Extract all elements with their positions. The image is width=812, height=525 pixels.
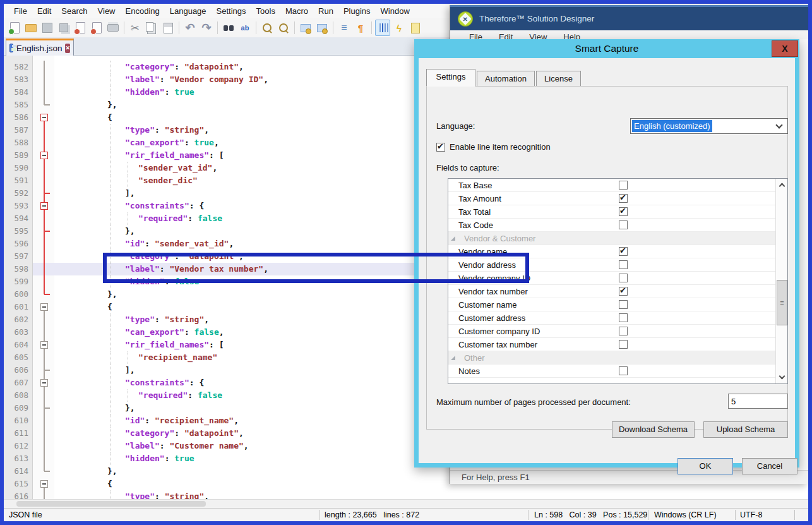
menu-search[interactable]: Search (56, 4, 92, 18)
menu-edit[interactable]: Edit (32, 4, 56, 18)
fold-marker (33, 490, 54, 499)
menu-language[interactable]: Language (165, 4, 212, 18)
therefore-menu-edit[interactable]: Edit (499, 30, 513, 39)
field-checkbox[interactable] (619, 287, 628, 296)
print-icon[interactable] (105, 20, 121, 36)
menu-encoding[interactable]: Encoding (121, 4, 165, 18)
line-item-recognition-row[interactable]: Enable line item recognition (436, 142, 551, 152)
close-icon[interactable] (73, 20, 88, 36)
field-group-other[interactable]: Other (448, 351, 775, 365)
sync-horizontal-icon[interactable] (314, 20, 330, 36)
field-row-customer-company-id[interactable]: Customer company ID (448, 325, 775, 338)
fields-scrollbar-thumb[interactable]: ≡ (777, 280, 787, 325)
download-schema-button[interactable]: Download Schema (612, 421, 695, 438)
cut-icon[interactable] (128, 20, 143, 36)
fold-collapse-icon[interactable] (33, 339, 54, 351)
new-file-icon[interactable] (7, 20, 22, 36)
find-icon[interactable] (221, 20, 236, 36)
upload-schema-button[interactable]: Upload Schema (703, 421, 788, 438)
code-line-616[interactable]: 616"type": "string", (4, 490, 808, 499)
therefore-menu-help[interactable]: Help (563, 30, 580, 39)
field-checkbox[interactable] (619, 220, 628, 229)
copy-icon[interactable] (144, 20, 159, 36)
menu-view[interactable]: View (93, 4, 121, 18)
line-item-checkbox[interactable] (436, 143, 445, 152)
field-checkbox[interactable] (619, 181, 628, 190)
line-number: 583 (4, 73, 33, 86)
field-row-tax-code[interactable]: Tax Code (448, 219, 775, 232)
field-checkbox[interactable] (619, 366, 628, 375)
cancel-button[interactable]: Cancel (742, 458, 797, 474)
redo-icon[interactable] (199, 20, 214, 36)
group-expanded-icon[interactable] (451, 236, 455, 241)
field-checkbox[interactable] (619, 207, 628, 216)
horizontal-scrollbar-thumb[interactable] (16, 501, 206, 507)
field-row-tax-base[interactable]: Tax Base (448, 179, 775, 192)
field-row-tax-amount[interactable]: Tax Amount (448, 192, 775, 205)
max-pages-input[interactable] (728, 394, 788, 409)
therefore-menu-view[interactable]: View (529, 30, 547, 39)
fold-collapse-icon[interactable] (33, 377, 54, 389)
ok-button[interactable]: OK (678, 458, 733, 474)
doc-map-icon[interactable] (408, 20, 423, 36)
saved-file-icon (9, 44, 13, 52)
fields-scrollbar[interactable]: ≡ (775, 179, 787, 383)
field-row-customer-name[interactable]: Customer name (448, 298, 775, 311)
indent-guide-icon[interactable] (375, 20, 390, 36)
field-row-tax-total[interactable]: Tax Total (448, 205, 775, 219)
fold-collapse-icon[interactable] (33, 149, 54, 162)
menu-plugins[interactable]: Plugins (338, 4, 376, 18)
fold-collapse-icon[interactable] (33, 478, 54, 490)
dialog-tab-settings[interactable]: Settings (426, 69, 475, 87)
sync-vertical-icon[interactable] (298, 20, 313, 36)
fold-collapse-icon[interactable] (33, 200, 54, 212)
zoom-out-icon[interactable] (276, 20, 291, 36)
field-checkbox[interactable] (619, 300, 628, 309)
therefore-menu-file[interactable]: File (469, 30, 482, 39)
field-checkbox[interactable] (619, 313, 628, 322)
field-row-notes[interactable]: Notes (448, 365, 775, 378)
dialog-tab-automation[interactable]: Automation (477, 71, 535, 87)
undo-icon[interactable] (182, 20, 198, 36)
menu-window[interactable]: Window (376, 4, 415, 18)
replace-icon[interactable] (237, 20, 253, 36)
field-checkbox[interactable] (619, 274, 628, 282)
zoom-in-icon[interactable] (260, 20, 275, 36)
field-row-customer-tax-number[interactable]: Customer tax number (448, 338, 775, 351)
menu-file[interactable]: File (9, 4, 32, 18)
field-checkbox[interactable] (619, 340, 628, 349)
function-list-icon[interactable] (391, 20, 407, 36)
field-group-vendor-customer[interactable]: Vendor & Customer (448, 232, 775, 245)
show-all-chars-icon[interactable] (353, 20, 368, 36)
line-number: 609 (4, 402, 33, 414)
language-dropdown[interactable]: English (customized) (630, 118, 788, 134)
close-all-icon[interactable] (89, 20, 104, 36)
scroll-up-icon[interactable] (777, 179, 787, 191)
tab-english-json[interactable]: English.json ✕ (6, 39, 74, 56)
scroll-down-icon[interactable] (777, 371, 787, 383)
open-icon[interactable] (23, 20, 39, 36)
fold-collapse-icon[interactable] (33, 111, 54, 124)
group-expanded-icon[interactable] (451, 356, 455, 360)
field-checkbox[interactable] (619, 327, 628, 335)
paste-icon[interactable] (160, 20, 176, 36)
dialog-close-button[interactable]: X (772, 40, 798, 57)
field-row-customer-address[interactable]: Customer address (448, 311, 775, 325)
status-length-lines: length : 23,665 lines : 872 (325, 510, 419, 519)
field-checkbox[interactable] (619, 260, 628, 269)
save-all-icon[interactable] (56, 20, 71, 36)
word-wrap-icon[interactable] (337, 20, 352, 36)
horizontal-scrollbar[interactable] (4, 499, 808, 508)
menu-tools[interactable]: Tools (251, 4, 280, 18)
menu-settings[interactable]: Settings (212, 4, 251, 18)
status-eol-format: Windows (CR LF) (654, 510, 717, 519)
dialog-tab-license[interactable]: License (536, 71, 581, 87)
fold-collapse-icon[interactable] (33, 301, 54, 313)
menu-macro[interactable]: Macro (280, 4, 313, 18)
tab-close-icon[interactable]: ✕ (65, 44, 70, 53)
save-icon[interactable] (40, 20, 55, 36)
menu-run[interactable]: Run (313, 4, 338, 18)
field-row-vendor-tax-number[interactable]: Vendor tax number (448, 285, 775, 298)
field-checkbox[interactable] (619, 247, 628, 256)
field-checkbox[interactable] (619, 194, 628, 203)
